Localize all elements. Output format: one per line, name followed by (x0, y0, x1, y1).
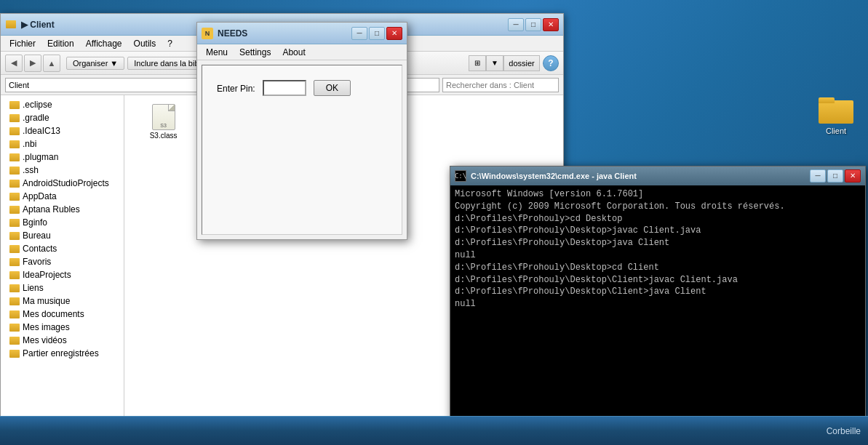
sidebar-item-eclipse[interactable]: .eclipse (1, 98, 124, 111)
file-label: S3.class (150, 132, 178, 140)
sidebar-label: Liens (23, 283, 44, 293)
folder-icon (9, 167, 20, 175)
cmd-line: d:\Profiles\fProhouly\Desktop>javac Clie… (455, 225, 861, 237)
sidebar-item-ssh[interactable]: .ssh (1, 164, 124, 177)
menu-edition[interactable]: Edition (41, 37, 80, 50)
cmd-line: d:\Profiles\fProhouly\Desktop>java Clien… (455, 237, 861, 249)
taskbar-corbeille: Corbeille (827, 426, 861, 436)
sidebar-item-mesdocuments[interactable]: Mes documents (1, 308, 124, 321)
cmd-content[interactable]: Microsoft Windows [version 6.1.7601]Copy… (450, 185, 865, 418)
sidebar-item-mesimages[interactable]: Mes images (1, 321, 124, 334)
sidebar-item-ideaic13[interactable]: .IdeaIC13 (1, 124, 124, 137)
needs-menu-menu[interactable]: Menu (200, 46, 234, 59)
cmd-title-icon: C:\ (455, 170, 466, 182)
menu-affichage[interactable]: Affichage (80, 37, 128, 50)
folder-icon (9, 245, 20, 253)
explorer-close-button[interactable]: ✕ (543, 18, 559, 31)
sidebar-item-liens[interactable]: Liens (1, 281, 124, 294)
cmd-window: C:\ C:\Windows\system32\cmd.exe - java C… (450, 166, 866, 419)
needs-dialog: N NEEDS ─ □ ✕ Menu Settings About Enter … (196, 22, 407, 240)
cmd-line: null (455, 298, 861, 310)
needs-minimize-button[interactable]: ─ (351, 27, 367, 40)
cmd-line: d:\Profiles\fProhouly>cd Desktop (455, 213, 861, 225)
sidebar-item-bureau[interactable]: Bureau (1, 229, 124, 242)
cmd-line: d:\Profiles\fProhouly\Desktop\Client>jav… (455, 286, 861, 298)
sidebar-item-favoris[interactable]: Favoris (1, 255, 124, 268)
desktop-icon-label: Client (826, 127, 846, 135)
explorer-sidebar: .eclipse .gradle .IdeaIC13 .nbi .plugman… (1, 95, 124, 420)
view-tiles-button[interactable]: ⊞ (469, 55, 486, 71)
cmd-close-button[interactable]: ✕ (845, 169, 861, 183)
cmd-minimize-button[interactable]: ─ (810, 169, 826, 183)
sidebar-label: Aptana Rubles (23, 204, 80, 215)
sidebar-label: .ssh (23, 165, 39, 175)
folder-icon (9, 350, 20, 358)
sidebar-item-androidstudio[interactable]: AndroidStudioProjects (1, 177, 124, 190)
folder-icon (9, 127, 20, 135)
folder-icon (9, 206, 20, 214)
sidebar-label: AppData (23, 191, 57, 201)
needs-menu-settings[interactable]: Settings (234, 46, 276, 59)
needs-titlebar[interactable]: N NEEDS ─ □ ✕ (197, 23, 407, 44)
up-button[interactable]: ▲ (43, 55, 60, 72)
taskbar-right: Corbeille (819, 417, 868, 445)
back-button[interactable]: ◀ (5, 55, 23, 72)
sidebar-label: Mes images (23, 322, 70, 332)
needs-maximize-button[interactable]: □ (369, 27, 385, 40)
folder-icon (9, 101, 20, 109)
sidebar-item-partier[interactable]: Partier enregistrées (1, 347, 124, 360)
sidebar-item-gradle[interactable]: .gradle (1, 111, 124, 124)
cmd-title: C:\Windows\system32\cmd.exe - java Clien… (471, 172, 810, 180)
cmd-titlebar[interactable]: C:\ C:\Windows\system32\cmd.exe - java C… (450, 167, 865, 185)
sidebar-label: Favoris (23, 257, 51, 267)
sidebar-label: .gradle (23, 113, 49, 123)
sidebar-label: Bureau (23, 230, 51, 241)
folder-icon (9, 337, 20, 345)
sidebar-item-appdata[interactable]: AppData (1, 190, 124, 203)
pin-input[interactable] (263, 80, 306, 96)
folder-icon (9, 232, 20, 240)
folder-icon (9, 271, 20, 279)
desktop-client-icon[interactable]: Client (819, 95, 853, 135)
needs-title-icon: N (202, 28, 213, 39)
sidebar-label: .eclipse (23, 100, 52, 110)
explorer-minimize-button[interactable]: ─ (508, 18, 524, 31)
folder-icon (9, 180, 20, 188)
organize-button[interactable]: Organiser ▼ (66, 57, 124, 70)
dossier-button[interactable]: dossier (503, 55, 540, 71)
explorer-maximize-button[interactable]: □ (525, 18, 541, 31)
sidebar-item-contacts[interactable]: Contacts (1, 242, 124, 255)
sidebar-label: .plugman (23, 152, 58, 162)
needs-menu-about[interactable]: About (276, 46, 311, 59)
file-item-s3class[interactable]: S3 S3.class (130, 101, 196, 151)
folder-icon (9, 284, 20, 292)
sidebar-item-ideaprojects[interactable]: IdeaProjects (1, 268, 124, 281)
sidebar-item-mesvideo[interactable]: Mes vidéos (1, 334, 124, 347)
folder-icon (9, 310, 20, 318)
needs-title: NEEDS (218, 28, 351, 39)
cmd-maximize-button[interactable]: □ (827, 169, 843, 183)
sidebar-item-aptana[interactable]: Aptana Rubles (1, 203, 124, 216)
sidebar-item-mamusique[interactable]: Ma musique (1, 294, 124, 308)
search-input[interactable] (442, 78, 559, 92)
sidebar-item-bginfo[interactable]: Bginfo (1, 216, 124, 229)
menu-outils[interactable]: Outils (128, 37, 162, 50)
view-buttons: ⊞ ▼ dossier ? (469, 55, 559, 71)
sidebar-item-plugman[interactable]: .plugman (1, 151, 124, 164)
cmd-line: null (455, 249, 861, 262)
sidebar-label: Ma musique (23, 296, 70, 306)
sidebar-item-nbi[interactable]: .nbi (1, 137, 124, 151)
class-file-icon: S3 (152, 104, 175, 130)
view-list-button[interactable]: ▼ (486, 55, 503, 71)
taskbar: Corbeille (0, 416, 868, 445)
ok-button[interactable]: OK (314, 80, 351, 96)
sidebar-label: IdeaProjects (23, 270, 71, 280)
sidebar-label: Bginfo (23, 217, 47, 228)
folder-icon (9, 324, 20, 332)
needs-close-button[interactable]: ✕ (386, 27, 402, 40)
help-button[interactable]: ? (543, 55, 559, 71)
folder-icon-sm (6, 20, 16, 28)
menu-fichier[interactable]: Fichier (4, 37, 41, 50)
forward-button[interactable]: ▶ (24, 55, 41, 72)
menu-help[interactable]: ? (162, 37, 178, 50)
